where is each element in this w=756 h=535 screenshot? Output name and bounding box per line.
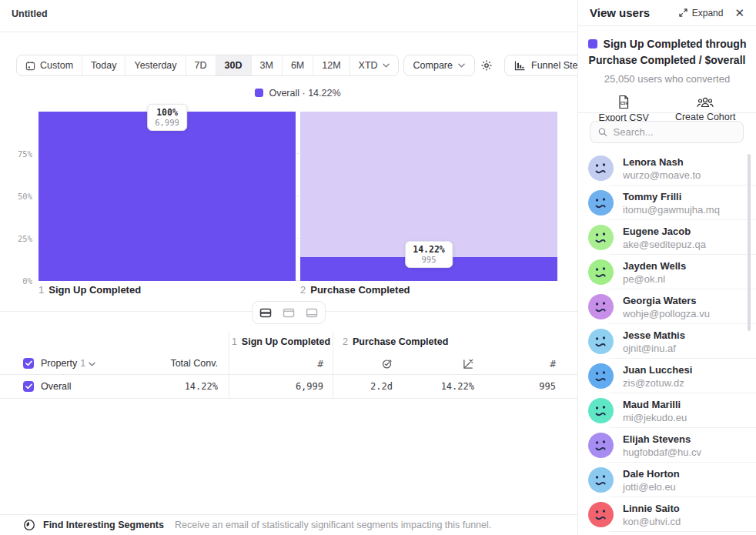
user-list-item[interactable]: Linnie Saito kon@uhvi.cd [578, 497, 756, 532]
date-range-7d[interactable]: 7D [186, 55, 216, 75]
funnel-bar-step1[interactable]: 100% 6,999 [38, 112, 296, 281]
avatar [588, 225, 614, 250]
user-list-item[interactable]: Tommy Frilli itomu@gawmujha.mq [578, 186, 756, 220]
date-range-3m[interactable]: 3M [252, 55, 283, 75]
user-list-item[interactable]: Jayden Wells pe@ok.nl [578, 255, 756, 289]
user-list-item[interactable]: Juan Lucchesi zis@zotuw.dz [578, 359, 756, 393]
avatar-face-icon [588, 433, 614, 458]
date-range-6m[interactable]: 6M [283, 55, 313, 75]
purchase-count-value: 995 [539, 381, 556, 392]
date-range-label: 3M [260, 60, 273, 71]
row-checkbox[interactable] [23, 381, 34, 392]
purchase-time-header[interactable] [333, 353, 414, 374]
total-conv-value: 14.22% [185, 381, 229, 392]
layout-toggle-group [252, 301, 326, 324]
layout-split-toggle[interactable] [255, 304, 276, 321]
user-text: Elijah Stevens hugfobdaf@hu.cv [623, 433, 701, 459]
close-icon[interactable]: ✕ [734, 7, 744, 18]
expand-icon [679, 8, 687, 17]
avatar-face-icon [588, 467, 614, 493]
purchase-rate-header[interactable] [414, 353, 496, 374]
user-email: zis@zotuw.dz [623, 377, 692, 390]
purchase-rate-value: 14.22% [441, 381, 474, 392]
user-name: Georgia Waters [623, 294, 710, 307]
tooltip-percent: 14.22% [413, 244, 445, 255]
user-list-item[interactable]: Elijah Stevens hugfobdaf@hu.cv [578, 428, 756, 463]
settings-button[interactable] [475, 55, 498, 76]
bar-fill [38, 112, 296, 281]
avatar [588, 294, 614, 319]
user-name: Elijah Stevens [623, 433, 701, 446]
user-email: hugfobdaf@hu.cv [623, 446, 701, 459]
select-all-checkbox[interactable] [23, 358, 34, 369]
step-index: 1 [38, 284, 44, 296]
user-email: ake@seditepuz.qa [623, 239, 706, 251]
toolbar: Custom Today Yesterday 7D 30D 3M 6M 12M … [16, 55, 560, 76]
expand-button[interactable]: Expand [679, 8, 724, 18]
avatar-face-icon [588, 155, 614, 181]
layout-bottom-toggle[interactable] [301, 304, 323, 321]
breakdown-table: 1Sign Up Completed 2Purchase Completed P… [0, 331, 577, 399]
property-selector[interactable]: Property1 [41, 358, 95, 369]
user-list-item[interactable]: Eugene Jacob ake@seditepuz.qa [578, 220, 756, 255]
group-header-signup: 1Sign Up Completed [229, 331, 333, 353]
user-name: Linnie Saito [623, 502, 681, 515]
tooltip-percent: 100% [155, 107, 179, 118]
date-range-custom[interactable]: Custom [17, 55, 82, 75]
export-csv-button[interactable]: CSV Export CSV [599, 95, 649, 123]
user-search[interactable] [590, 121, 744, 143]
date-range-label: Today [91, 60, 116, 71]
check-icon [25, 360, 32, 366]
avatar-face-icon [588, 259, 614, 285]
report-title[interactable]: Untitled [12, 8, 48, 19]
search-icon [598, 127, 607, 137]
step-label-2: 2Purchase Completed [300, 284, 557, 296]
date-range-label: XTD [359, 60, 378, 71]
date-range-today[interactable]: Today [82, 55, 125, 75]
date-range-label: 30D [225, 60, 243, 71]
interesting-segments-bar[interactable]: Find Interesting Segments Receive an ema… [0, 514, 577, 535]
date-range-12m[interactable]: 12M [313, 55, 350, 75]
table-subheader-row: Property1 Total Conv. # # [0, 353, 577, 375]
user-email: itomu@gawmujha.mq [623, 204, 720, 216]
scrollbar[interactable] [748, 154, 751, 331]
summary-line-1: Sign Up Completed through [587, 36, 747, 52]
user-email: wohje@pollogza.vu [623, 308, 710, 320]
user-name: Maud Marilli [623, 398, 687, 411]
user-text: Dale Horton jotti@elo.eu [623, 467, 680, 493]
avatar-face-icon [588, 329, 614, 354]
panel-header: View users Expand ✕ [578, 0, 756, 26]
user-list-item[interactable]: Jesse Mathis ojnit@inu.af [578, 324, 756, 359]
search-input[interactable] [614, 126, 735, 138]
step-label-1: 1Sign Up Completed [38, 284, 296, 296]
chart-legend[interactable]: Overall · 14.22% [38, 88, 557, 99]
date-range-yesterday[interactable]: Yesterday [125, 55, 186, 75]
create-cohort-button[interactable]: Create Cohort [675, 95, 736, 123]
user-list-item[interactable]: Georgia Waters wohje@pollogza.vu [578, 289, 756, 324]
check-icon [25, 383, 32, 390]
date-range-label: 7D [195, 60, 207, 71]
user-email: pe@ok.nl [623, 273, 686, 286]
avatar-face-icon [588, 225, 614, 250]
table-row-overall[interactable]: Overall 14.22% 6,999 2.2d 14.22% 995 [0, 375, 577, 399]
signup-count-header[interactable]: # [229, 353, 333, 374]
group-header-purchase: 2Purchase Completed [333, 331, 577, 353]
user-list-item[interactable]: Lenora Nash wurzo@moave.to [578, 151, 756, 186]
date-range-xtd[interactable]: XTD [350, 55, 398, 75]
avatar [588, 259, 614, 285]
gear-icon [480, 59, 493, 72]
layout-top-toggle[interactable] [278, 304, 299, 321]
user-text: Tommy Frilli itomu@gawmujha.mq [623, 190, 720, 216]
compare-button[interactable]: Compare [403, 55, 475, 76]
segments-title: Find Interesting Segments [43, 520, 164, 530]
user-list-item[interactable]: Maud Marilli mi@jekudo.eu [578, 393, 756, 428]
purchase-count-header[interactable]: # [496, 353, 577, 374]
date-range-30d[interactable]: 30D [216, 55, 252, 75]
y-axis-tick: 25% [0, 234, 32, 243]
step-name: Sign Up Completed [49, 284, 141, 296]
avatar [588, 363, 614, 389]
funnel-bar-step2[interactable]: 14.22% 995 [300, 112, 557, 281]
tooltip-count: 995 [413, 255, 445, 265]
user-list-item[interactable]: Dale Horton jotti@elo.eu [578, 463, 756, 497]
summary-text: Sign Up Completed through [604, 38, 747, 50]
